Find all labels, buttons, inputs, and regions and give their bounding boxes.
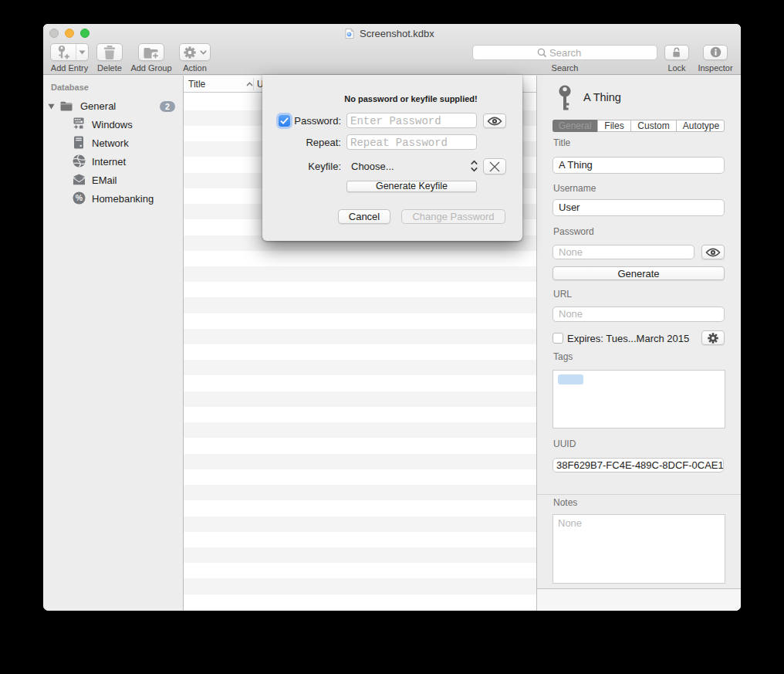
svg-text:%: % <box>76 193 83 202</box>
